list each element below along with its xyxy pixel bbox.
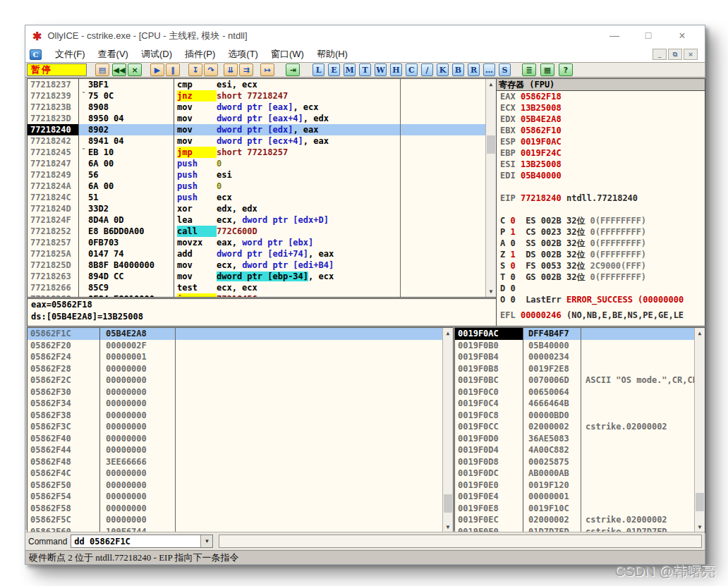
stack-row[interactable]: 0019F0BC0070006DASCII "OS mode.",CR,CR bbox=[455, 374, 694, 386]
stack-row[interactable]: 0019F0E00019F120 bbox=[455, 480, 694, 492]
scroll-up-icon[interactable]: ▲ bbox=[695, 328, 705, 338]
disasm-row[interactable]: 7721824F8D4A 0Dleaecx, dword ptr [edx+D] bbox=[28, 214, 485, 226]
panel-button-E[interactable]: E bbox=[328, 63, 340, 76]
stack-row[interactable]: 0019F0E80019F10C bbox=[455, 503, 694, 515]
mdi-restore-icon[interactable]: ⧉ bbox=[668, 49, 682, 60]
run-button[interactable]: ▶ bbox=[150, 63, 164, 76]
disasm-row[interactable]: 772182373BF1cmpesi, ecx bbox=[28, 79, 485, 90]
scroll-down-icon[interactable]: ▼ bbox=[443, 522, 453, 532]
disasm-row[interactable]: 7721826685C9testecx, ecx bbox=[28, 282, 485, 293]
menu-item[interactable]: 文件(F) bbox=[49, 47, 92, 62]
register-line[interactable]: EBX 05862F10 bbox=[497, 125, 705, 136]
maximize-icon[interactable]: □ bbox=[643, 30, 654, 42]
scrollbar-thumb[interactable] bbox=[696, 493, 704, 511]
panel-button-/[interactable]: / bbox=[421, 63, 433, 76]
scroll-down-icon[interactable]: ▼ bbox=[695, 522, 705, 532]
appearance-button[interactable]: ▦ bbox=[540, 63, 554, 76]
register-line[interactable]: EAX 05862F18 bbox=[497, 91, 705, 102]
disasm-row[interactable]: 7721824956pushesi bbox=[28, 169, 485, 181]
scroll-up-icon[interactable]: ▲ bbox=[486, 79, 496, 90]
register-line[interactable]: P 1 CS 0023 32位 0(FFFFFFFF) bbox=[497, 226, 705, 238]
disasm-row[interactable]: 7721824C51pushecx bbox=[28, 192, 485, 203]
register-line[interactable]: EBP 0019F24C bbox=[497, 147, 705, 159]
disasm-row[interactable]: 772182428941 04movdword ptr [ecx+4], eax bbox=[28, 135, 485, 147]
panel-button-C[interactable]: C bbox=[406, 63, 418, 76]
command-input[interactable] bbox=[71, 537, 200, 547]
dump-row[interactable]: 05862F2400000001 bbox=[28, 351, 442, 363]
disasm-row[interactable]: 7721823D8950 04movdword ptr [eax+4], edx bbox=[28, 113, 485, 124]
dump-row[interactable]: 05862F4400000000 bbox=[28, 444, 442, 456]
menu-item[interactable]: 帮助(H) bbox=[310, 47, 354, 62]
register-line[interactable]: EIP 77218240 ntdll.77218240 bbox=[497, 193, 705, 204]
panel-button-B[interactable]: B bbox=[452, 63, 464, 76]
register-line[interactable]: O 0 LastErr ERROR_SUCCESS (00000000 bbox=[497, 294, 705, 305]
dump-row[interactable]: 05862F483EE66666 bbox=[28, 456, 442, 468]
pause-execution-button[interactable]: ‖ bbox=[166, 63, 180, 76]
minimize-icon[interactable]: — bbox=[609, 30, 620, 42]
scroll-up-icon[interactable]: ▲ bbox=[443, 328, 453, 338]
disasm-row[interactable]: 772182408902movdword ptr [edx], eax bbox=[28, 124, 485, 135]
register-line[interactable]: A 0 SS 002B 32位 0(FFFFFFFF) bbox=[497, 238, 705, 249]
disasm-row[interactable]: 77218263894D CCmovdword ptr [ebp-34], ec… bbox=[28, 271, 485, 282]
command-combobox[interactable]: ▼ bbox=[71, 535, 213, 548]
disasm-row[interactable]: 77218245ˇEB 10jmpshort 77218257 bbox=[28, 147, 485, 158]
stack-row[interactable]: 0019F0D800025875 bbox=[455, 456, 694, 468]
dump-row[interactable]: 05862F5800000000 bbox=[28, 503, 442, 515]
stack-row[interactable]: 0019F0C800000BD0 bbox=[455, 410, 694, 422]
dump-row[interactable]: 05862F2800000000 bbox=[28, 363, 442, 375]
stack-row[interactable]: 0019F0B400000234 bbox=[455, 351, 694, 363]
dump-row[interactable]: 05862F4C00000000 bbox=[28, 468, 442, 480]
register-line[interactable]: S 0 FS 0053 32位 2C9000(FFF) bbox=[497, 260, 705, 271]
panel-button-R[interactable]: R bbox=[468, 63, 480, 76]
mdi-close-icon[interactable]: × bbox=[684, 49, 698, 60]
disasm-row[interactable]: 77218239ˇ75 0Cjnzshort 77218247 bbox=[28, 90, 485, 102]
register-line[interactable] bbox=[497, 204, 705, 215]
panel-button-T[interactable]: T bbox=[359, 63, 371, 76]
dump-row[interactable]: 05862F1C05B4E2A8 bbox=[28, 328, 442, 340]
dump-row[interactable]: 05862F3000000000 bbox=[28, 386, 442, 398]
disassembly-scrollbar[interactable]: ▲ ▼ bbox=[485, 79, 496, 297]
disasm-row[interactable]: 772182680F84 E8010000je77218456 bbox=[28, 293, 485, 298]
stack-row[interactable]: 0019F0B80019F2E8 bbox=[455, 363, 694, 375]
close-program-button[interactable]: × bbox=[128, 63, 142, 76]
animate-into-button[interactable]: ⇊ bbox=[224, 63, 238, 76]
register-line[interactable]: ESI 13B25008 bbox=[497, 159, 705, 170]
dump-row[interactable]: 05862F4000000000 bbox=[28, 433, 442, 445]
stack-row[interactable]: 0019F0CC02000002cstrike.02000002 bbox=[455, 421, 694, 433]
animate-over-button[interactable]: ⇉ bbox=[239, 63, 253, 76]
menu-item[interactable]: 调试(D) bbox=[135, 47, 178, 62]
dump-scrollbar[interactable]: ▲ ▼ bbox=[442, 328, 453, 532]
register-line[interactable]: D 0 bbox=[497, 283, 705, 294]
open-button[interactable]: ▤ bbox=[95, 63, 109, 76]
close-icon[interactable]: × bbox=[677, 30, 688, 42]
disasm-row[interactable]: 772182570FB703movzxeax, word ptr [ebx] bbox=[28, 237, 485, 248]
register-line[interactable]: T 0 GS 002B 32位 0(FFFFFFFF) bbox=[497, 271, 705, 283]
menu-item[interactable]: 查看(V) bbox=[92, 47, 135, 62]
stack-row[interactable]: 0019F0DCAB0000AB bbox=[455, 468, 694, 480]
restart-button[interactable]: ◀◀ bbox=[112, 63, 126, 76]
stack-row[interactable]: 0019F0C44666464B bbox=[455, 398, 694, 410]
step-into-button[interactable]: ↧ bbox=[188, 63, 202, 76]
dump-row[interactable]: 05862F3800000000 bbox=[28, 410, 442, 422]
panel-button-…[interactable]: … bbox=[483, 63, 495, 76]
register-line[interactable]: ECX 13B25008 bbox=[497, 102, 705, 114]
stack-row[interactable]: 0019F0D44A00C882 bbox=[455, 444, 694, 456]
panel-button-K[interactable]: K bbox=[437, 63, 449, 76]
register-line[interactable]: EFL 00000246 (NO,NB,E,BE,NS,PE,GE,LE bbox=[497, 310, 705, 321]
panel-button-H[interactable]: H bbox=[390, 63, 402, 76]
stack-row[interactable]: 0019F0E400000001 bbox=[455, 491, 694, 503]
dump-row[interactable]: 05862F5000000000 bbox=[28, 480, 442, 492]
help-button[interactable]: ? bbox=[559, 63, 573, 76]
menu-item[interactable]: 窗口(W) bbox=[265, 47, 310, 62]
panel-button-S[interactable]: S bbox=[499, 63, 511, 76]
dump-row[interactable]: 05862F5C00000000 bbox=[28, 514, 442, 526]
dump-row[interactable]: 05862F3400000000 bbox=[28, 398, 442, 410]
stack-row[interactable]: 0019F0EC02000002cstrike.02000002 bbox=[455, 514, 694, 526]
stack-row[interactable]: 0019F0D036AE5083 bbox=[455, 433, 694, 445]
combo-dropdown-icon[interactable]: ▼ bbox=[200, 535, 212, 547]
disasm-row[interactable]: 7721824A6A 00push0 bbox=[28, 181, 485, 192]
register-line[interactable]: ESP 0019F0AC bbox=[497, 136, 705, 147]
menu-item[interactable]: 插件(P) bbox=[178, 47, 222, 62]
register-line[interactable]: EDX 05B4E2A8 bbox=[497, 114, 705, 125]
disasm-row[interactable]: 77218252E8 B6DD0A00call772C600D bbox=[28, 226, 485, 237]
